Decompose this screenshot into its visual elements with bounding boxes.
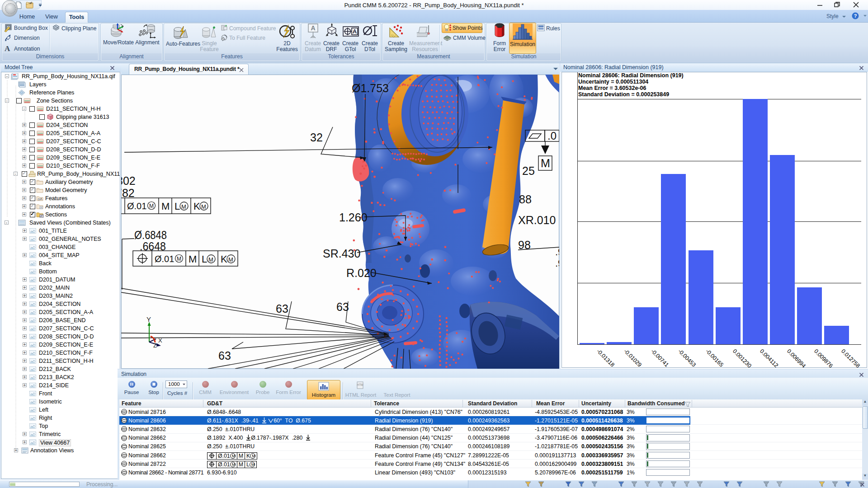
svg-text:.9: .9 bbox=[555, 258, 559, 269]
svg-text:63: 63 bbox=[218, 349, 231, 362]
svg-text:SR.430: SR.430 bbox=[323, 247, 360, 260]
svg-text:Ø1.753: Ø1.753 bbox=[352, 82, 389, 94]
svg-text:A: A bbox=[311, 24, 315, 32]
svg-text:.9: .9 bbox=[555, 246, 559, 258]
svg-text:Ø.01: Ø.01 bbox=[127, 201, 146, 211]
svg-text:M: M bbox=[181, 203, 186, 210]
svg-text:L: L bbox=[202, 253, 207, 265]
svg-text:M: M bbox=[228, 256, 233, 263]
svg-text:98: 98 bbox=[518, 239, 531, 251]
svg-text:782: 782 bbox=[121, 187, 135, 199]
svg-text:88: 88 bbox=[519, 193, 532, 206]
svg-text:.0: .0 bbox=[547, 130, 557, 142]
svg-text:63: 63 bbox=[276, 302, 288, 315]
svg-text:63: 63 bbox=[336, 300, 349, 313]
svg-text:K: K bbox=[193, 201, 200, 212]
svg-text:A: A bbox=[353, 28, 357, 35]
svg-text:M: M bbox=[208, 256, 213, 263]
svg-text:M: M bbox=[161, 201, 170, 212]
svg-text:M: M bbox=[541, 157, 550, 169]
svg-text:XR.010: XR.010 bbox=[518, 214, 556, 226]
svg-text:25: 25 bbox=[522, 164, 535, 177]
svg-text:32: 32 bbox=[310, 131, 323, 144]
svg-text:M: M bbox=[149, 203, 154, 209]
svg-text:M: M bbox=[189, 253, 197, 265]
svg-text:R.020: R.020 bbox=[346, 267, 377, 279]
svg-text:K: K bbox=[221, 253, 227, 265]
svg-text:X: X bbox=[158, 337, 162, 344]
svg-text:M: M bbox=[201, 203, 206, 210]
svg-text:302: 302 bbox=[121, 174, 136, 187]
svg-text:M: M bbox=[177, 256, 181, 262]
svg-text:Y: Y bbox=[146, 315, 151, 323]
svg-text:L: L bbox=[175, 201, 180, 212]
svg-text:?: ? bbox=[854, 13, 857, 19]
svg-text:Ø.01: Ø.01 bbox=[155, 254, 174, 264]
svg-text:HTM: HTM bbox=[357, 383, 363, 386]
svg-text:Z: Z bbox=[153, 342, 157, 349]
svg-text:1.260: 1.260 bbox=[339, 211, 368, 224]
